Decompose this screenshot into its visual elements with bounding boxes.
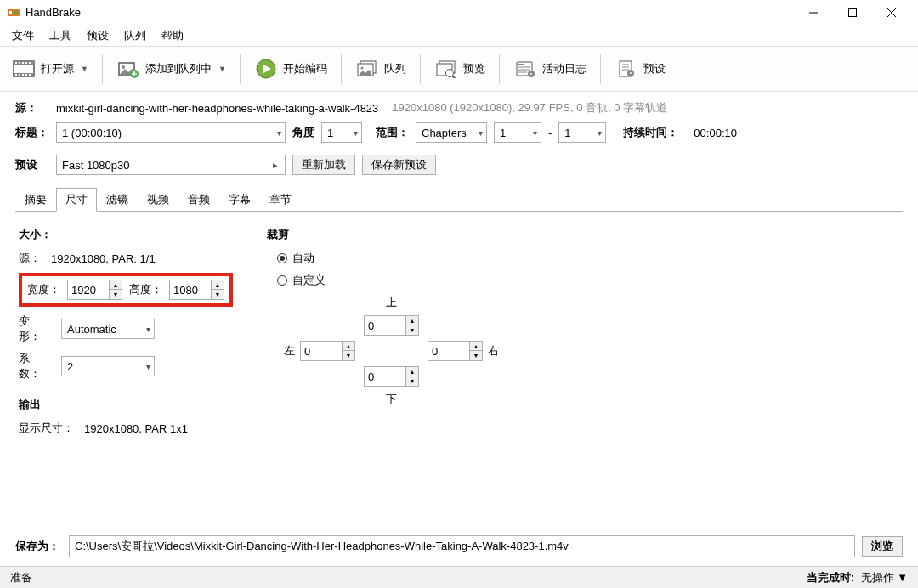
status-bar: 准备 当完成时: 无操作 ▼ — [0, 566, 918, 588]
spin-down-icon[interactable]: ▼ — [110, 290, 122, 299]
save-preset-button[interactable]: 保存新预设 — [362, 155, 436, 175]
save-path-input[interactable] — [69, 535, 855, 557]
svg-rect-14 — [29, 62, 31, 64]
preset-row-label: 预设 — [15, 157, 49, 172]
width-label: 宽度： — [27, 282, 60, 297]
tab-bar: 摘要 尺寸 滤镜 视频 音频 字幕 章节 — [15, 187, 903, 212]
crop-top-input[interactable] — [364, 315, 406, 336]
tab-filters[interactable]: 滤镜 — [97, 188, 138, 212]
crop-top-label: 上 — [386, 295, 397, 310]
app-icon — [7, 6, 20, 20]
source-size-label: 源： — [19, 251, 41, 266]
height-input[interactable] — [169, 280, 212, 300]
anamorphic-select[interactable]: Automatic — [61, 319, 155, 339]
minimize-button[interactable] — [794, 0, 833, 25]
range-to-select[interactable]: 1 — [558, 122, 606, 143]
preview-icon — [434, 57, 458, 81]
svg-rect-34 — [518, 64, 524, 65]
crop-bottom-input[interactable] — [364, 366, 406, 387]
svg-rect-16 — [19, 74, 20, 76]
range-dash: - — [548, 127, 552, 139]
tab-summary[interactable]: 摘要 — [15, 188, 56, 212]
spin-down-icon[interactable]: ▼ — [212, 290, 224, 299]
queue-icon — [355, 57, 379, 81]
menu-help[interactable]: 帮助 — [155, 26, 190, 45]
anamorphic-row: 变形： Automatic — [19, 314, 233, 344]
crop-right-input[interactable] — [428, 341, 470, 361]
preset-select[interactable]: Fast 1080p30 — [56, 155, 286, 175]
tab-video[interactable]: 视频 — [138, 188, 178, 212]
svg-rect-2 — [14, 11, 18, 14]
modulus-select[interactable]: 2 — [61, 356, 155, 376]
preset-icon — [615, 57, 638, 81]
modulus-row: 系数： 2 — [19, 351, 233, 382]
svg-rect-1 — [9, 11, 12, 14]
save-label: 保存为： — [15, 539, 62, 554]
crop-top-spinner[interactable]: ▲▼ — [364, 315, 419, 336]
chevron-down-icon[interactable]: ▼ — [897, 571, 908, 584]
browse-button[interactable]: 浏览 — [862, 536, 903, 557]
crop-grid: 上 ▲▼ 左 ▲▼ ▲▼ 右 ▲▼ 下 — [284, 295, 499, 407]
title-select[interactable]: 1 (00:00:10) — [56, 122, 286, 143]
menu-file[interactable]: 文件 — [5, 26, 41, 45]
radio-dot-icon — [277, 275, 287, 286]
svg-point-28 — [360, 67, 363, 70]
angle-select[interactable]: 1 — [321, 122, 362, 143]
crop-bottom-spinner[interactable]: ▲▼ — [364, 366, 419, 387]
close-button[interactable] — [872, 0, 911, 25]
svg-rect-19 — [29, 74, 31, 76]
svg-rect-12 — [22, 62, 24, 64]
crop-left-spinner[interactable]: ▲▼ — [300, 341, 355, 361]
separator — [600, 54, 601, 84]
preview-label: 预览 — [463, 61, 485, 76]
angle-label: 角度 — [292, 125, 314, 140]
svg-rect-4 — [849, 8, 857, 16]
maximize-button[interactable] — [833, 0, 872, 25]
menu-queue[interactable]: 队列 — [117, 26, 153, 45]
spin-up-icon[interactable]: ▲ — [212, 280, 224, 290]
chevron-down-icon: ▼ — [81, 65, 88, 73]
tab-chapters[interactable]: 章节 — [260, 188, 301, 212]
svg-rect-11 — [19, 62, 20, 64]
window-title: HandBrake — [26, 6, 794, 19]
crop-column: 裁剪 自动 自定义 上 ▲▼ 左 ▲▼ ▲▼ — [267, 227, 499, 518]
height-spinner[interactable]: ▲▼ — [169, 280, 224, 300]
reload-preset-button[interactable]: 重新加载 — [292, 155, 355, 175]
radio-dot-icon — [277, 253, 287, 263]
width-spinner[interactable]: ▲▼ — [67, 280, 122, 300]
start-encode-button[interactable]: 开始编码 — [249, 54, 332, 84]
preview-button[interactable]: 预览 — [429, 54, 490, 84]
add-to-queue-button[interactable]: 添加到队列中 ▼ — [111, 54, 231, 84]
add-queue-icon — [116, 57, 140, 81]
separator — [420, 54, 421, 84]
preset-button[interactable]: 预设 — [609, 54, 671, 84]
tab-audio[interactable]: 音频 — [178, 188, 219, 212]
range-from-select[interactable]: 1 — [494, 122, 541, 143]
range-label: 范围： — [376, 125, 409, 140]
crop-custom-radio[interactable]: 自定义 — [277, 273, 499, 288]
crop-right-spinner[interactable]: ▲▼ — [428, 341, 483, 361]
separator — [341, 54, 342, 84]
source-label: 源： — [15, 100, 49, 116]
size-column: 大小： 源： 1920x1080, PAR: 1/1 宽度： ▲▼ 高度： ▲▼… — [19, 227, 233, 518]
crop-auto-radio[interactable]: 自动 — [277, 251, 499, 266]
spin-up-icon[interactable]: ▲ — [110, 280, 122, 290]
crop-left-input[interactable] — [300, 341, 343, 361]
menu-presets[interactable]: 预设 — [80, 26, 116, 45]
title-label: 标题： — [15, 125, 49, 140]
duration-label: 持续时间： — [623, 125, 678, 140]
open-source-button[interactable]: 打开源 ▼ — [7, 54, 94, 84]
modulus-label: 系数： — [19, 351, 51, 382]
tab-dimensions[interactable]: 尺寸 — [56, 188, 97, 212]
activity-log-button[interactable]: 活动日志 — [508, 54, 592, 84]
svg-line-32 — [452, 76, 456, 78]
svg-rect-13 — [26, 62, 27, 64]
crop-auto-label: 自动 — [292, 251, 314, 266]
crop-custom-label: 自定义 — [292, 273, 326, 288]
queue-button[interactable]: 队列 — [350, 54, 411, 84]
width-input[interactable] — [67, 280, 110, 300]
range-type-select[interactable]: Chapters — [416, 122, 487, 143]
done-action[interactable]: 无操作 — [861, 570, 894, 585]
tab-subtitles[interactable]: 字幕 — [219, 188, 260, 212]
menu-tools[interactable]: 工具 — [42, 26, 78, 45]
